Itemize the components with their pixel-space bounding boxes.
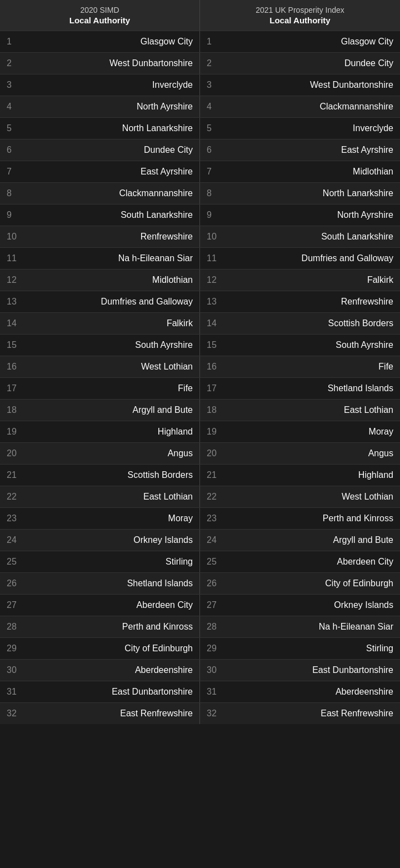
right-rank: 15	[207, 340, 227, 350]
right-rank: 29	[207, 643, 227, 654]
table-row: 24 Orkney Islands 24 Argyll and Bute	[0, 529, 400, 551]
right-rank: 2	[207, 58, 227, 68]
left-authority: East Ayrshire	[27, 167, 193, 177]
right-rank: 7	[207, 167, 227, 177]
left-rank: 30	[7, 665, 27, 675]
right-authority: Renfrewshire	[227, 297, 393, 307]
comparison-table: 2020 SIMD Local Authority 2021 UK Prospe…	[0, 0, 400, 724]
left-authority: South Ayrshire	[27, 340, 193, 350]
left-authority: Highland	[27, 427, 193, 437]
right-authority: City of Edinburgh	[227, 578, 393, 588]
right-rank: 14	[207, 318, 227, 328]
right-cell: 16 Fife	[200, 356, 400, 377]
right-rank: 16	[207, 362, 227, 372]
right-cell: 32 East Renfrewshire	[200, 703, 400, 724]
left-cell: 18 Argyll and Bute	[0, 400, 200, 421]
right-cell: 21 Highland	[200, 465, 400, 486]
left-rank: 16	[7, 362, 27, 372]
table-row: 8 Clackmannanshire 8 North Lanarkshire	[0, 182, 400, 204]
right-authority: Scottish Borders	[227, 318, 393, 328]
left-cell: 21 Scottish Borders	[0, 465, 200, 486]
left-rank: 21	[7, 470, 27, 480]
left-authority: East Lothian	[27, 492, 193, 502]
left-rank: 26	[7, 578, 27, 588]
right-cell: 15 South Ayrshire	[200, 335, 400, 356]
right-rank: 23	[207, 513, 227, 523]
left-authority: North Lanarkshire	[27, 123, 193, 133]
left-rank: 6	[7, 145, 27, 155]
right-rank: 4	[207, 102, 227, 112]
right-cell: 17 Shetland Islands	[200, 378, 400, 399]
right-cell: 10 South Lanarkshire	[200, 226, 400, 247]
right-authority: South Ayrshire	[227, 340, 393, 350]
left-rank: 1	[7, 37, 27, 47]
table-row: 17 Fife 17 Shetland Islands	[0, 377, 400, 399]
left-rank: 9	[7, 210, 27, 220]
right-cell: 23 Perth and Kinross	[200, 508, 400, 529]
right-authority: Aberdeen City	[227, 557, 393, 567]
right-rank: 27	[207, 600, 227, 610]
right-rank: 1	[207, 37, 227, 47]
table-row: 20 Angus 20 Angus	[0, 442, 400, 464]
right-cell: 11 Dumfries and Galloway	[200, 248, 400, 269]
right-cell: 29 Stirling	[200, 638, 400, 659]
right-rank: 5	[207, 123, 227, 133]
right-cell: 12 Falkirk	[200, 270, 400, 291]
left-rank: 13	[7, 297, 27, 307]
left-authority: Perth and Kinross	[27, 622, 193, 632]
left-cell: 28 Perth and Kinross	[0, 616, 200, 637]
right-authority: West Lothian	[227, 492, 393, 502]
table-row: 29 City of Edinburgh 29 Stirling	[0, 637, 400, 659]
right-header: 2021 UK Prosperity Index Local Authority	[200, 0, 400, 31]
right-cell: 26 City of Edinburgh	[200, 573, 400, 594]
left-rank: 22	[7, 492, 27, 502]
table-row: 3 Inverclyde 3 West Dunbartonshire	[0, 74, 400, 96]
right-authority: Argyll and Bute	[227, 535, 393, 545]
right-rank: 3	[207, 80, 227, 90]
left-authority: Inverclyde	[27, 80, 193, 90]
right-cell: 6 East Ayrshire	[200, 139, 400, 161]
table-row: 30 Aberdeenshire 30 East Dunbartonshire	[0, 659, 400, 681]
right-cell: 2 Dundee City	[200, 53, 400, 74]
right-rank: 25	[207, 557, 227, 567]
right-authority: Falkirk	[227, 275, 393, 285]
table-row: 32 East Renfrewshire 32 East Renfrewshir…	[0, 702, 400, 724]
table-row: 11 Na h-Eileanan Siar 11 Dumfries and Ga…	[0, 247, 400, 269]
left-cell: 23 Moray	[0, 508, 200, 529]
right-authority: West Dunbartonshire	[227, 80, 393, 90]
right-cell: 30 East Dunbartonshire	[200, 660, 400, 681]
left-cell: 2 West Dunbartonshire	[0, 53, 200, 74]
right-rank: 30	[207, 665, 227, 675]
right-rank: 17	[207, 383, 227, 393]
left-authority: Renfrewshire	[27, 232, 193, 242]
left-cell: 13 Dumfries and Galloway	[0, 291, 200, 312]
table-row: 23 Moray 23 Perth and Kinross	[0, 507, 400, 529]
table-row: 1 Glasgow City 1 Glasgow City	[0, 31, 400, 52]
right-rank: 26	[207, 578, 227, 588]
left-cell: 8 Clackmannanshire	[0, 183, 200, 204]
right-authority: Perth and Kinross	[227, 513, 393, 523]
left-rank: 17	[7, 383, 27, 393]
left-authority: Scottish Borders	[27, 470, 193, 480]
left-authority: Fife	[27, 383, 193, 393]
right-cell: 20 Angus	[200, 443, 400, 464]
right-rank: 20	[207, 448, 227, 458]
table-row: 12 Midlothian 12 Falkirk	[0, 269, 400, 291]
right-rank: 31	[207, 687, 227, 697]
left-cell: 6 Dundee City	[0, 139, 200, 161]
left-cell: 11 Na h-Eileanan Siar	[0, 248, 200, 269]
left-rank: 19	[7, 427, 27, 437]
left-cell: 5 North Lanarkshire	[0, 118, 200, 139]
right-cell: 25 Aberdeen City	[200, 551, 400, 572]
left-rank: 3	[7, 80, 27, 90]
right-cell: 18 East Lothian	[200, 400, 400, 421]
left-authority: East Renfrewshire	[27, 709, 193, 719]
table-row: 2 West Dunbartonshire 2 Dundee City	[0, 52, 400, 74]
left-authority: Aberdeenshire	[27, 665, 193, 675]
left-authority: Stirling	[27, 557, 193, 567]
left-cell: 16 West Lothian	[0, 356, 200, 377]
left-cell: 29 City of Edinburgh	[0, 638, 200, 659]
table-row: 13 Dumfries and Galloway 13 Renfrewshire	[0, 291, 400, 312]
left-cell: 14 Falkirk	[0, 313, 200, 334]
left-cell: 32 East Renfrewshire	[0, 703, 200, 724]
